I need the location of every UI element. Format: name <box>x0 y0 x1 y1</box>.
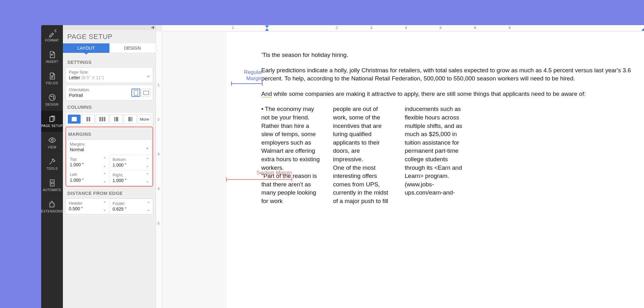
columns-1-button[interactable] <box>68 114 81 124</box>
column-1: • The economy may not be your friend. Ra… <box>261 105 320 205</box>
section-margin-callout: Section Margin <box>244 170 292 180</box>
regular-margin-bar-icon <box>231 83 263 84</box>
palette-icon <box>48 93 56 102</box>
indent-marker-top-icon[interactable] <box>265 25 269 28</box>
section-margin-bar-icon <box>226 179 292 180</box>
columns-more-button[interactable]: More <box>138 114 151 124</box>
pages-icon <box>48 115 56 123</box>
orientation-landscape-button[interactable] <box>142 89 150 97</box>
indent-marker-bottom-icon[interactable] <box>265 28 269 31</box>
orientation-portrait-button[interactable] <box>131 89 140 97</box>
page-insert-icon <box>48 51 56 59</box>
rail-item-insert[interactable]: INSERT <box>41 47 63 68</box>
columns-3-button[interactable] <box>96 114 109 124</box>
stepper[interactable]: ⌃⌄ <box>102 156 108 169</box>
left-nav-rail: FORMAT INSERT FIELDS DESIGN PAGE SETUP V… <box>41 25 63 308</box>
columns-left-button[interactable] <box>110 114 123 124</box>
tools-icon <box>48 157 56 166</box>
stepper[interactable]: ⌃⌄ <box>145 200 152 213</box>
stepper[interactable]: ⌃⌄ <box>144 172 151 184</box>
rail-item-fields[interactable]: FIELDS <box>41 68 63 89</box>
eye-icon <box>48 136 56 144</box>
right-margin-marker-icon[interactable] <box>641 28 644 31</box>
svg-rect-5 <box>50 180 54 186</box>
section-columns: COLUMNS <box>65 101 153 112</box>
column-2: people are out of work, some of the ince… <box>333 105 391 205</box>
columns-2-button[interactable] <box>82 114 95 124</box>
svg-point-4 <box>51 139 53 141</box>
panel-collapse-button[interactable]: ◂▮ <box>63 25 156 30</box>
chevron-down-icon[interactable]: ⌄ <box>146 72 150 78</box>
tab-layout[interactable]: LAYOUT <box>63 43 109 53</box>
gear-doc-icon <box>48 179 56 187</box>
tab-design[interactable]: DESIGN <box>109 43 156 53</box>
chevron-down-icon[interactable]: ⌄ <box>145 144 149 150</box>
page-lines-icon <box>48 72 56 80</box>
svg-point-0 <box>49 94 55 101</box>
header-distance-input[interactable]: Header: 0.500 " ⌃⌄ <box>66 199 109 214</box>
rail-item-view[interactable]: VIEW <box>41 132 63 153</box>
stepper[interactable]: ⌃⌄ <box>102 200 108 213</box>
paragraph: 'Tis the season for holiday hiring. <box>261 51 488 59</box>
horizontal-ruler[interactable]: 1 2 3 4 5 6 6 <box>162 25 644 31</box>
rail-item-format[interactable]: FORMAT <box>41 25 63 47</box>
svg-point-2 <box>53 96 53 97</box>
document-area: 1 2 3 4 5 6 6 · 1 2 3 4 5 Regular Margin… <box>156 25 644 308</box>
rail-item-automate[interactable]: AUTOMATE <box>41 175 63 196</box>
margin-right-input[interactable]: Right: 1.000 " ⌃⌄ <box>109 170 152 185</box>
section-settings: SETTINGS <box>65 56 153 67</box>
paragraph: Early predictions indicate a holly, joll… <box>261 66 644 83</box>
stepper[interactable]: ⌃⌄ <box>144 156 151 169</box>
svg-point-6 <box>51 182 53 184</box>
puzzle-icon <box>48 200 56 208</box>
margin-left-input[interactable]: Left: 1.000 " ⌃⌄ <box>67 170 109 185</box>
rail-item-extensions[interactable]: EXTENSIONS <box>41 196 63 217</box>
footer-distance-input[interactable]: Footer: 0.625 " ⌃⌄ <box>109 199 153 214</box>
stepper[interactable]: ⌃⌄ <box>102 171 108 184</box>
panel-title: PAGE SETUP <box>63 30 156 43</box>
margins-preset-select[interactable]: Margins: Normal ⌄ <box>67 140 152 155</box>
margin-top-input[interactable]: Top: 1.000 " ⌃⌄ <box>67 155 109 170</box>
paragraph: And while some companies are making it a… <box>261 90 644 98</box>
svg-point-1 <box>51 96 52 97</box>
rail-item-tools[interactable]: TOOLS <box>41 153 63 175</box>
rail-item-page-setup[interactable]: PAGE SETUP <box>41 111 63 132</box>
column-3: inducements such as flexible hours acros… <box>405 105 463 205</box>
orientation-row: Orientation: Portrait <box>66 85 153 100</box>
document-page[interactable]: Regular Margin Section Margin 'Tis the s… <box>226 31 644 308</box>
margin-bottom-input[interactable]: Bottom: 1.000 " ⌃⌄ <box>109 155 152 170</box>
svg-point-3 <box>53 98 54 99</box>
page-setup-panel: ◂▮ PAGE SETUP LAYOUT DESIGN SETTINGS Pag… <box>63 25 156 308</box>
rail-item-design[interactable]: DESIGN <box>41 89 63 111</box>
columns-right-button[interactable] <box>124 114 137 124</box>
regular-margin-callout: Regular Margin <box>231 69 263 84</box>
brush-icon <box>48 29 56 37</box>
vertical-ruler[interactable]: · 1 2 3 4 5 <box>156 31 162 308</box>
page-size-select[interactable]: Page Size: Letter (8.5" X 11") ⌄ <box>66 68 153 83</box>
section-margins: MARGINS <box>66 128 152 139</box>
section-distance: DISTANCE FROM EDGE <box>65 187 153 198</box>
